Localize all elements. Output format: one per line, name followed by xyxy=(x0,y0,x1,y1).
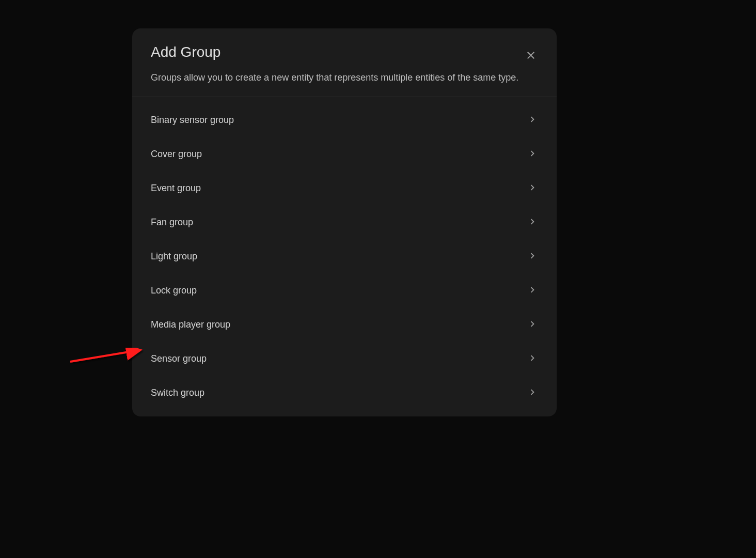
list-item-label: Binary sensor group xyxy=(151,115,234,126)
list-item-label: Light group xyxy=(151,251,197,262)
list-item-fan-group[interactable]: Fan group xyxy=(132,206,557,240)
list-item-label: Media player group xyxy=(151,319,230,330)
chevron-right-icon xyxy=(527,148,538,161)
list-item-media-player-group[interactable]: Media player group xyxy=(132,308,557,342)
chevron-right-icon xyxy=(527,250,538,264)
add-group-dialog: Add Group Groups allow you to create a n… xyxy=(132,28,557,416)
list-item-light-group[interactable]: Light group xyxy=(132,240,557,274)
list-item-label: Sensor group xyxy=(151,353,207,364)
dialog-title: Add Group xyxy=(151,44,538,60)
list-item-label: Lock group xyxy=(151,285,197,296)
dialog-description: Groups allow you to create a new entity … xyxy=(151,71,523,85)
chevron-right-icon xyxy=(527,114,538,127)
group-type-list: Binary sensor group Cover group Event gr… xyxy=(132,97,557,416)
chevron-right-icon xyxy=(527,216,538,229)
close-icon xyxy=(525,49,537,61)
list-item-label: Switch group xyxy=(151,388,204,398)
chevron-right-icon xyxy=(527,352,538,366)
list-item-lock-group[interactable]: Lock group xyxy=(132,274,557,308)
chevron-right-icon xyxy=(527,318,538,332)
list-item-switch-group[interactable]: Switch group xyxy=(132,376,557,410)
dialog-header: Add Group Groups allow you to create a n… xyxy=(132,28,557,97)
chevron-right-icon xyxy=(527,182,538,195)
list-item-label: Fan group xyxy=(151,217,193,228)
list-item-event-group[interactable]: Event group xyxy=(132,172,557,206)
list-item-label: Cover group xyxy=(151,149,202,160)
chevron-right-icon xyxy=(527,284,538,298)
svg-line-1 xyxy=(70,350,138,362)
list-item-label: Event group xyxy=(151,183,201,194)
list-item-binary-sensor-group[interactable]: Binary sensor group xyxy=(132,103,557,137)
chevron-right-icon xyxy=(527,386,538,400)
close-button[interactable] xyxy=(521,45,541,66)
list-item-sensor-group[interactable]: Sensor group xyxy=(132,342,557,376)
list-item-cover-group[interactable]: Cover group xyxy=(132,137,557,172)
